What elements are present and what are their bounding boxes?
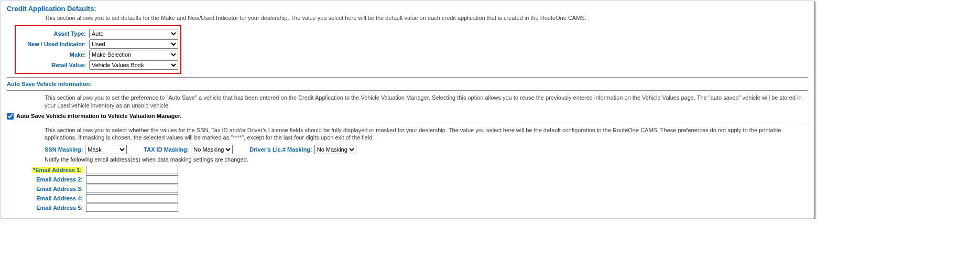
masking-row: SSN Masking: Mask TAX ID Masking: No Mas… [7, 145, 808, 154]
email-2-label: Email Address 2: [15, 176, 86, 183]
autosave-checkbox-label: Auto Save Vehicle information to Vehicle… [16, 113, 181, 119]
notify-text: Notify the following email address(es) w… [7, 156, 808, 163]
autosave-title: Auto Save Vehicle information: [7, 81, 808, 87]
retail-value-select[interactable]: Vehicle Values Book [89, 60, 178, 70]
make-label: Make: [18, 51, 89, 58]
email-1-input[interactable] [86, 166, 178, 174]
defaults-highlight-box: Asset Type: Auto New / Used Indicator: U… [15, 25, 181, 74]
section-title: Credit Application Defaults: [7, 5, 808, 13]
ssn-masking-select[interactable]: Mask [85, 145, 127, 154]
tax-masking-select[interactable]: No Masking [191, 145, 233, 154]
email-4-label: Email Address 4: [15, 195, 86, 201]
autosave-checkbox-row: Auto Save Vehicle information to Vehicle… [7, 113, 808, 120]
email-5-label: Email Address 5: [15, 205, 86, 211]
email-3-input[interactable] [86, 185, 178, 193]
asset-type-label: Asset Type: [18, 30, 89, 37]
retail-value-label: Retail Value: [18, 62, 89, 68]
email-1-label: *Email Address 1: [15, 167, 86, 173]
divider [7, 123, 808, 123]
autosave-description: This section allows you to set the prefe… [45, 94, 808, 110]
email-4-input[interactable] [86, 194, 178, 202]
dl-masking-label: Driver's Lic.# Masking: [249, 146, 312, 153]
make-select[interactable]: Make Selection [89, 50, 178, 59]
divider [7, 77, 808, 78]
ssn-masking-label: SSN Masking: [45, 146, 83, 153]
new-used-label: New / Used Indicator: [18, 41, 89, 47]
tax-masking-label: TAX ID Masking: [144, 146, 189, 153]
asset-type-select[interactable]: Auto [89, 29, 178, 38]
email-5-input[interactable] [86, 204, 178, 212]
masking-description: This section allows you to select whethe… [45, 126, 808, 142]
email-3-label: Email Address 3: [15, 186, 86, 192]
divider [7, 90, 808, 91]
credit-app-defaults-panel: Credit Application Defaults: This sectio… [0, 0, 814, 219]
dl-masking-select[interactable]: No Masking [314, 145, 356, 154]
new-used-select[interactable]: Used [89, 39, 178, 49]
section-description: This section allows you to set defaults … [45, 14, 808, 22]
email-2-input[interactable] [86, 175, 178, 184]
autosave-checkbox[interactable] [7, 113, 14, 120]
